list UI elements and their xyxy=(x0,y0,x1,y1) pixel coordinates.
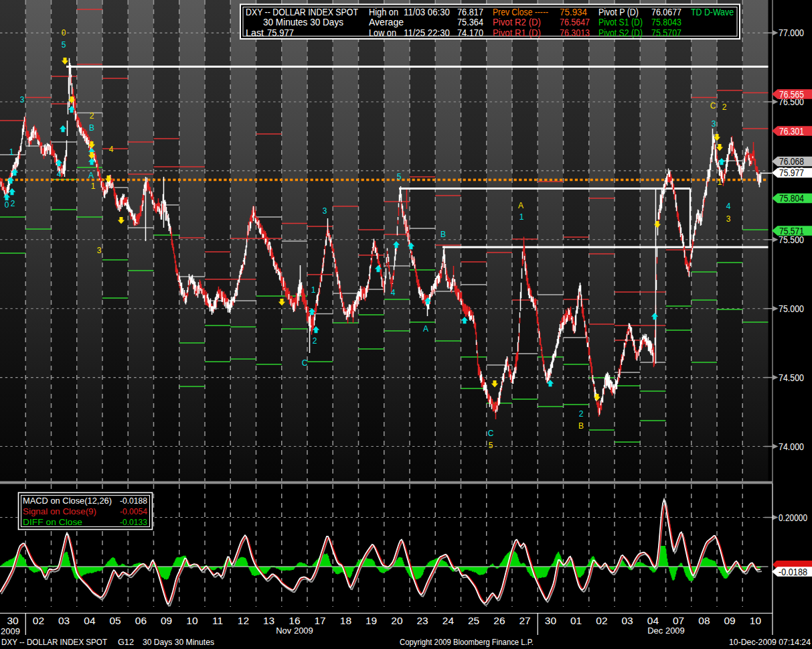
svg-text:75.8043: 75.8043 xyxy=(651,16,681,27)
svg-text:76.565: 76.565 xyxy=(779,89,804,100)
svg-text:30: 30 xyxy=(545,615,557,626)
svg-text:5: 5 xyxy=(489,441,493,450)
svg-text:MACD on Close(12,26): MACD on Close(12,26) xyxy=(23,496,112,506)
svg-text:Dec 2009: Dec 2009 xyxy=(647,626,685,636)
svg-text:G12: G12 xyxy=(118,637,134,647)
svg-text:75.977: 75.977 xyxy=(779,167,804,178)
svg-text:-0.0188: -0.0188 xyxy=(779,567,807,577)
svg-text:24: 24 xyxy=(442,615,455,626)
svg-text:Average: Average xyxy=(369,16,404,27)
svg-text:1: 1 xyxy=(519,212,524,222)
svg-text:Pivot R1 (D): Pivot R1 (D) xyxy=(493,27,541,38)
svg-text:12: 12 xyxy=(238,615,249,626)
svg-text:75.977: 75.977 xyxy=(267,27,294,38)
svg-text:02: 02 xyxy=(33,615,44,626)
svg-text:30 Minutes 30 Days: 30 Minutes 30 Days xyxy=(263,16,343,27)
svg-text:26: 26 xyxy=(493,615,505,626)
svg-text:B: B xyxy=(89,123,94,133)
svg-text:75.571: 75.571 xyxy=(779,226,804,236)
svg-text:27: 27 xyxy=(519,615,530,626)
svg-text:20: 20 xyxy=(391,615,403,626)
svg-text:4: 4 xyxy=(726,202,731,211)
svg-text:3: 3 xyxy=(323,206,327,216)
svg-text:2: 2 xyxy=(313,336,317,346)
svg-text:Nov 2009: Nov 2009 xyxy=(276,626,313,636)
svg-text:11: 11 xyxy=(212,615,223,626)
svg-text:Pivot R2 (D): Pivot R2 (D) xyxy=(493,16,541,27)
svg-text:2: 2 xyxy=(579,409,584,419)
svg-text:-0.0054: -0.0054 xyxy=(120,507,147,516)
svg-text:Signal on Close(9): Signal on Close(9) xyxy=(23,507,96,516)
svg-text:09: 09 xyxy=(161,615,172,626)
svg-text:07: 07 xyxy=(673,615,684,626)
svg-text:13: 13 xyxy=(263,615,274,626)
svg-text:18: 18 xyxy=(340,615,351,626)
svg-text:76.3013: 76.3013 xyxy=(560,27,590,38)
svg-text:02: 02 xyxy=(596,615,607,626)
svg-text:-0.0188: -0.0188 xyxy=(120,496,147,506)
svg-text:25: 25 xyxy=(468,615,479,626)
svg-text:03: 03 xyxy=(621,615,633,626)
svg-text:Pivot S2 (D): Pivot S2 (D) xyxy=(598,27,643,38)
svg-text:17: 17 xyxy=(314,615,325,626)
svg-text:3: 3 xyxy=(20,95,25,104)
svg-text:A: A xyxy=(423,324,428,334)
svg-text:Copyright 2009 Bloomberg Finan: Copyright 2009 Bloomberg Finance L.P. xyxy=(400,637,534,647)
svg-text:3: 3 xyxy=(712,119,716,129)
svg-text:2: 2 xyxy=(722,102,727,112)
svg-text:76.301: 76.301 xyxy=(779,126,804,137)
svg-text:DXY -- DOLLAR INDEX SPOT: DXY -- DOLLAR INDEX SPOT xyxy=(1,637,107,647)
svg-text:10-Dec-2009 07:14:24: 10-Dec-2009 07:14:24 xyxy=(729,637,811,647)
svg-text:03: 03 xyxy=(58,615,70,626)
svg-text:19: 19 xyxy=(366,615,377,626)
svg-text:5: 5 xyxy=(397,172,402,182)
svg-text:TD D-Wave: TD D-Wave xyxy=(691,6,734,17)
svg-text:10: 10 xyxy=(750,615,762,626)
svg-text:5: 5 xyxy=(62,40,66,50)
svg-text:1: 1 xyxy=(9,147,14,157)
svg-text:1: 1 xyxy=(718,177,722,187)
svg-text:11/03 06:30: 11/03 06:30 xyxy=(404,6,450,17)
svg-text:0.20000: 0.20000 xyxy=(779,512,807,523)
svg-text:77.000: 77.000 xyxy=(779,27,804,38)
svg-text:74.170: 74.170 xyxy=(457,27,483,38)
svg-text:11/25 22:30: 11/25 22:30 xyxy=(404,27,450,38)
svg-text:75.5707: 75.5707 xyxy=(651,27,681,38)
svg-text:Low on: Low on xyxy=(369,27,396,38)
svg-text:2: 2 xyxy=(11,199,15,208)
svg-text:04: 04 xyxy=(647,615,659,626)
svg-text:C: C xyxy=(710,101,716,111)
svg-text:A: A xyxy=(518,201,523,210)
svg-text:1: 1 xyxy=(91,182,96,191)
svg-text:04: 04 xyxy=(84,615,96,626)
svg-text:B: B xyxy=(578,421,584,431)
svg-text:1: 1 xyxy=(311,285,316,295)
svg-text:75.804: 75.804 xyxy=(779,193,804,204)
svg-text:76.5647: 76.5647 xyxy=(560,16,590,27)
svg-text:10: 10 xyxy=(186,615,198,626)
svg-text:23: 23 xyxy=(416,615,428,626)
svg-text:2: 2 xyxy=(90,111,94,121)
svg-text:09: 09 xyxy=(724,615,735,626)
svg-text:74.500: 74.500 xyxy=(779,372,804,383)
svg-text:01: 01 xyxy=(570,615,582,626)
svg-text:2009: 2009 xyxy=(1,626,20,636)
svg-text:08: 08 xyxy=(698,615,710,626)
svg-text:0: 0 xyxy=(5,200,9,210)
svg-text:16: 16 xyxy=(289,615,300,626)
svg-text:4: 4 xyxy=(57,169,62,179)
svg-text:Last: Last xyxy=(246,27,264,38)
svg-text:-0.0133: -0.0133 xyxy=(120,518,147,527)
svg-text:74.000: 74.000 xyxy=(779,441,804,452)
svg-text:C: C xyxy=(488,429,494,438)
svg-text:05: 05 xyxy=(109,615,120,626)
svg-text:75.364: 75.364 xyxy=(457,16,483,27)
svg-text:DIFF on Close: DIFF on Close xyxy=(23,518,82,527)
svg-text:0: 0 xyxy=(62,28,66,38)
svg-text:75.000: 75.000 xyxy=(779,303,804,314)
svg-text:3: 3 xyxy=(726,214,731,224)
svg-text:B: B xyxy=(440,230,446,239)
svg-text:06: 06 xyxy=(135,615,147,626)
svg-text:30: 30 xyxy=(7,615,19,626)
svg-text:76.068: 76.068 xyxy=(779,156,804,167)
